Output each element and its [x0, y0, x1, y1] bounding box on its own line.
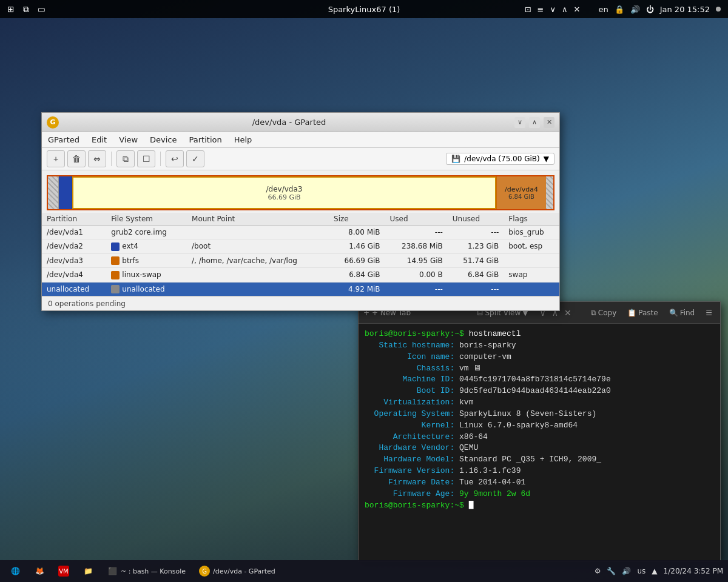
cell-used: ---: [385, 282, 448, 296]
taskbar-globe[interactable]: 🌐: [5, 564, 25, 578]
table-row[interactable]: unallocated unallocated 4.92 MiB --- ---: [42, 282, 559, 296]
terminal-line: boris@boris-sparky:~$ █: [365, 500, 714, 512]
cell-unused: 51.74 GiB: [448, 253, 504, 268]
menu-help[interactable]: Help: [228, 133, 258, 146]
menu-partition[interactable]: Partition: [183, 133, 228, 146]
col-header-flags: Flags: [504, 213, 559, 226]
gparted-title: /dev/vda - GParted: [64, 118, 514, 127]
taskbar-files[interactable]: 📁: [78, 564, 98, 578]
topbar-wm-max[interactable]: ∧: [562, 5, 568, 14]
terminal-line: Static hostname: boris-sparky: [365, 340, 714, 352]
paste-button[interactable]: 📋 Paste: [624, 307, 661, 318]
taskbar-vm[interactable]: VM: [53, 564, 74, 578]
terminal-line: Architecture: x86-64: [365, 432, 714, 443]
cell-mountpoint: /, /home, /var/cache, /var/log: [187, 253, 329, 268]
cell-used: ---: [385, 226, 448, 239]
terminal-line: Hardware Model: Standard PC _Q35 + ICH9,…: [365, 454, 714, 466]
cell-flags: boot, esp: [504, 239, 559, 254]
menu-edit[interactable]: Edit: [86, 133, 113, 146]
terminal-label: Firmware Date:: [365, 478, 454, 487]
col-header-partition: Partition: [42, 213, 106, 226]
terminal-line: Virtualization: kvm: [365, 397, 714, 409]
terminal-line: Firmware Date: Tue 2014-04-01: [365, 477, 714, 489]
terminal-label: Virtualization:: [365, 398, 454, 407]
terminal-line: Hardware Vendor: QEMU: [365, 443, 714, 454]
table-row[interactable]: /dev/vda2 ext4 /boot 1.46 GiB 238.68 MiB…: [42, 239, 559, 254]
vm-icon: VM: [58, 566, 69, 577]
terminal-label: Hardware Vendor:: [365, 443, 454, 452]
table-row[interactable]: /dev/vda4 linux-swap 6.84 GiB 0.00 B 6.8…: [42, 268, 559, 283]
topbar-wm-menu[interactable]: ≡: [538, 5, 544, 14]
taskbar-gparted-label: /dev/vda - GParted: [213, 567, 275, 575]
find-button[interactable]: 🔍 Find: [666, 307, 698, 318]
terminal-label: Kernel:: [365, 421, 454, 430]
taskbar-konsole[interactable]: ⬛ ~ : bash — Konsole: [102, 564, 190, 578]
terminal-label: Architecture:: [365, 432, 454, 441]
toolbar-delete-button[interactable]: 🗑: [67, 150, 86, 167]
toolbar-copy-button[interactable]: ⧉: [116, 150, 135, 167]
disk-vda2-segment: [59, 176, 72, 209]
terminal-icon: ⬛: [107, 566, 118, 577]
taskbar-gparted[interactable]: G /dev/vda - GParted: [194, 564, 280, 578]
lang-indicator: en: [598, 5, 608, 14]
device-selector[interactable]: 💾 /dev/vda (75.00 GiB) ▼: [446, 153, 554, 165]
topbar: ⊞ ⧉ ▭ SparkyLinux67 (1) ⊡ ≡ ∨ ∧ ✕ en 🔒 🔊…: [0, 0, 728, 18]
taskbar-arrow-up[interactable]: ▲: [652, 567, 657, 575]
app-menu-icon[interactable]: ⊞: [7, 4, 15, 14]
disk-vda1-segment: [48, 176, 59, 209]
topbar-wm-close[interactable]: ✕: [574, 5, 581, 14]
cell-unused: ---: [448, 282, 504, 296]
tray-audio-icon: 🔊: [622, 567, 631, 575]
toolbar-resize-button[interactable]: ⇔: [88, 150, 106, 167]
terminal-value-green: 9y 9month 2w 6d: [454, 489, 530, 498]
gparted-maximize-button[interactable]: ∧: [529, 117, 540, 128]
terminal-line: Boot ID: 9dc5fed7b1c944baad4634144eab22a…: [365, 386, 714, 397]
terminal-line: Icon name: computer-vm: [365, 352, 714, 363]
terminal-value: 1.16.3-1.fc39: [454, 466, 521, 475]
terminal-label: Operating System:: [365, 409, 454, 418]
gparted-close-button[interactable]: ✕: [544, 117, 554, 128]
cell-unused: 6.84 GiB: [448, 268, 504, 283]
taskbar-right: ⚙ 🔧 🔊 us ▲ 1/20/24 3:52 PM: [595, 567, 723, 575]
fs-icon: [111, 256, 120, 265]
terminal-value: vm 🖥: [454, 364, 481, 373]
menu-device[interactable]: Device: [144, 133, 183, 146]
col-header-size: Size: [329, 213, 385, 226]
gparted-minimize-button[interactable]: ∨: [514, 117, 525, 128]
disk-vda3-segment: /dev/vda3 66.69 GiB: [72, 176, 496, 209]
terminal-value: Linux 6.7.0-sparky8-amd64: [454, 421, 578, 430]
topbar-wm-tile[interactable]: ⊡: [525, 5, 531, 14]
toolbar-paste-button[interactable]: ☐: [137, 150, 155, 167]
device-icon: 💾: [451, 155, 460, 163]
terminal-label: Firmware Version:: [365, 466, 454, 475]
toolbar-apply-button[interactable]: ✓: [186, 150, 204, 167]
search-icon: 🔍: [669, 309, 678, 317]
disk-vda4-segment: /dev/vda4 6.84 GiB: [496, 176, 546, 209]
copy-button[interactable]: ⧉ Copy: [588, 307, 619, 318]
power-icon: ⏻: [646, 5, 654, 14]
cell-used: 14.95 GiB: [385, 253, 448, 268]
cell-filesystem: unallocated: [106, 282, 187, 296]
menu-view[interactable]: View: [113, 133, 144, 146]
cell-flags: bios_grub: [504, 226, 559, 239]
toolbar-undo-button[interactable]: ↩: [166, 150, 184, 167]
gparted-status-bar: 0 operations pending: [42, 296, 559, 310]
table-row[interactable]: /dev/vda3 btrfs /, /home, /var/cache, /v…: [42, 253, 559, 268]
desktop: ⊞ ⧉ ▭ SparkyLinux67 (1) ⊡ ≡ ∨ ∧ ✕ en 🔒 🔊…: [0, 0, 728, 582]
copy-icon: ⧉: [591, 309, 596, 317]
menu-gparted[interactable]: GParted: [42, 133, 86, 146]
topbar-wm-min[interactable]: ∨: [550, 5, 556, 14]
partition-table: Partition File System Mount Point Size U…: [42, 213, 559, 296]
topbar-icon-2[interactable]: ⧉: [23, 4, 29, 15]
terminal-content[interactable]: boris@boris-sparky:~$ hostnamectl Static…: [359, 324, 720, 561]
tray-tools-icon: 🔧: [607, 567, 616, 575]
table-row[interactable]: /dev/vda1 grub2 core.img 8.00 MiB --- --…: [42, 226, 559, 239]
fs-icon: [111, 271, 120, 279]
konsole-close-button[interactable]: ✕: [563, 308, 573, 318]
taskbar-firefox[interactable]: 🦊: [29, 564, 50, 578]
topbar-icon-3[interactable]: ▭: [38, 4, 46, 14]
konsole-window: + + New Tab ⊟ Split View ▼ ∨ ∧ ✕ ⧉ Copy: [358, 301, 721, 562]
konsole-menu-button[interactable]: ☰: [703, 307, 715, 318]
toolbar-new-button[interactable]: +: [47, 150, 65, 167]
cell-partition: unallocated: [42, 282, 106, 296]
